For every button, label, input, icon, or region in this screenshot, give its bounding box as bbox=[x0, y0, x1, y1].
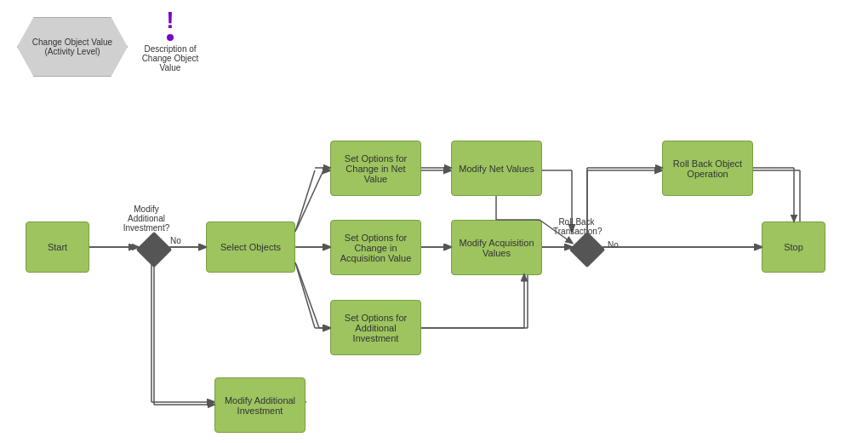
svg-line-26 bbox=[295, 170, 315, 232]
set-options-net-node: Set Options for Change in Net Value bbox=[330, 141, 421, 196]
stop-label: Stop bbox=[784, 242, 803, 252]
exclamation-icon: ! bbox=[166, 9, 174, 32]
diamond-shape-1 bbox=[136, 232, 172, 268]
set-options-acquisition-label: Set Options for Change in Acquisition Va… bbox=[334, 233, 417, 263]
modify-net-values-node: Modify Net Values bbox=[451, 141, 542, 196]
stop-node: Stop bbox=[762, 222, 825, 273]
annotation-text: Description of Change Object Value bbox=[132, 44, 208, 72]
set-options-additional-label: Set Options for Additional Investment bbox=[334, 313, 417, 343]
svg-line-4 bbox=[296, 170, 323, 230]
set-options-additional-node: Set Options for Additional Investment bbox=[330, 300, 421, 355]
modify-additional-question-label: Modify Additional Investment? bbox=[121, 204, 172, 233]
svg-line-29 bbox=[295, 262, 315, 328]
header-label: Change Object Value (Activity Level) bbox=[28, 37, 117, 56]
set-options-net-label: Set Options for Change in Net Value bbox=[334, 153, 417, 184]
roll-back-transaction-text: Roll Back Transaction? bbox=[553, 217, 602, 236]
modify-net-values-label: Modify Net Values bbox=[459, 164, 534, 174]
set-options-acquisition-node: Set Options for Change in Acquisition Va… bbox=[330, 220, 421, 275]
start-label: Start bbox=[48, 242, 67, 252]
select-objects-node: Select Objects bbox=[206, 222, 295, 273]
annotation-description: ! Description of Change Object Value bbox=[132, 9, 208, 72]
modify-acquisition-values-node: Modify Acquisition Values bbox=[451, 220, 542, 275]
diamond-shape-2 bbox=[569, 232, 605, 268]
modify-additional-investment-node: Modify Additional Investment bbox=[214, 377, 306, 433]
diamond-modify-decision bbox=[139, 234, 169, 265]
no-label-1: No bbox=[170, 236, 181, 245]
roll-back-object-node: Roll Back Object Operation bbox=[662, 141, 753, 196]
modify-acquisition-values-label: Modify Acquisition Values bbox=[455, 238, 538, 258]
start-node: Start bbox=[26, 222, 89, 273]
diagram: Change Object Value (Activity Level) ! D… bbox=[0, 0, 868, 443]
diamond-rollback-decision bbox=[572, 234, 602, 265]
no-label-2: No bbox=[608, 240, 619, 250]
select-objects-label: Select Objects bbox=[220, 242, 281, 252]
modify-additional-investment-label: Modify Additional Investment bbox=[219, 395, 301, 416]
activity-level-header: Change Object Value (Activity Level) bbox=[17, 17, 128, 77]
question-label-text: Modify Additional Investment? bbox=[123, 204, 169, 233]
roll-back-object-label: Roll Back Object Operation bbox=[666, 158, 749, 179]
svg-line-7 bbox=[296, 264, 319, 328]
exclamation-dot bbox=[167, 34, 174, 41]
roll-back-transaction-label: Roll Back Transaction? bbox=[553, 217, 600, 236]
